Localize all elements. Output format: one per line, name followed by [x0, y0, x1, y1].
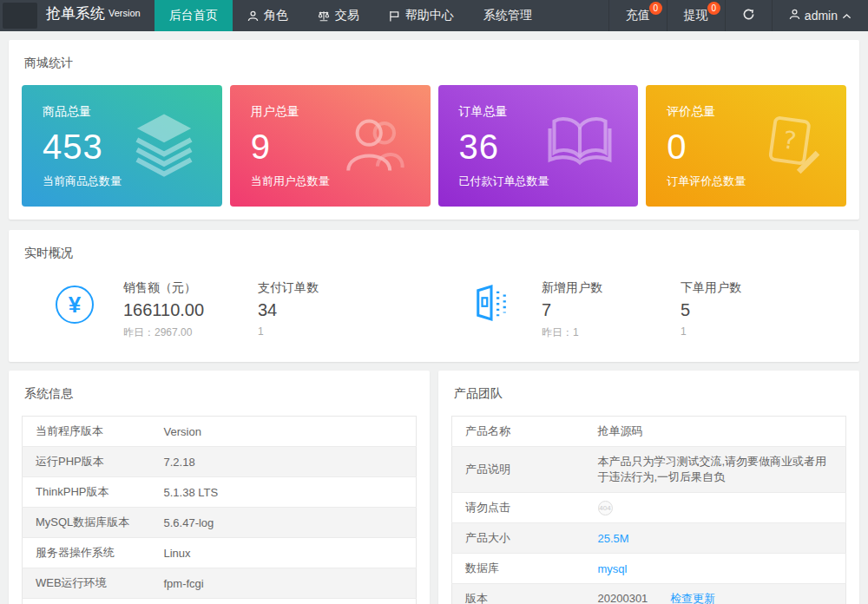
database-link[interactable]: mysql: [598, 562, 628, 575]
scale-icon: [318, 10, 330, 22]
book-icon: [544, 108, 615, 183]
table-row: MySQL数据库版本 5.6.47-log: [23, 508, 417, 538]
realtime-panel: 实时概况 ¥ 销售额（元） 166110.00 昨日：2967.00 支付订单数…: [9, 230, 859, 362]
nav-item-trade[interactable]: 交易: [303, 0, 374, 31]
app-title-text: 抢单系统: [46, 5, 105, 23]
metric-new-users: 新增用户数 7 昨日：1: [542, 279, 681, 340]
product-size-link[interactable]: 25.5M: [598, 532, 629, 545]
main-menu: 后台首页 角色 交易: [155, 0, 547, 31]
nav-item-system[interactable]: 系统管理: [469, 0, 547, 31]
metric-paid-orders: 支付订单数 34 1: [258, 279, 474, 338]
system-info-title: 系统信息: [24, 386, 417, 402]
realtime-title: 实时概况: [24, 246, 846, 261]
users-icon: [339, 109, 408, 182]
stat-card-orders: 订单总量 36 已付款订单总数量: [438, 85, 639, 207]
recharge-button[interactable]: 充值 0: [608, 0, 667, 31]
yen-icon: ¥: [56, 286, 94, 324]
table-row: 产品大小 25.5M: [452, 523, 846, 554]
recharge-badge: 0: [649, 2, 662, 15]
table-row: 版本 20200301 检查更新: [452, 584, 846, 604]
person-icon: [247, 10, 259, 22]
logo-placeholder: [3, 3, 37, 29]
table-row: 产品说明 本产品只为学习测试交流,请勿要做商业或者用于违法行为,一切后果自负: [452, 447, 846, 493]
stat-card-products: 商品总量 453 当前商品总数量: [22, 85, 222, 207]
table-row: ThinkPHP版本 5.1.38 LTS: [23, 477, 417, 508]
metric-ordering-users: 下单用户数 5 1: [681, 279, 819, 338]
flag-icon: [389, 10, 400, 22]
stat-card-users: 用户总量 9 当前用户总数量: [230, 85, 431, 207]
stat-card-reviews: 评价总量 0 订单评价总数量 ?: [646, 85, 846, 207]
table-row: 产品名称 抢单源码: [452, 417, 846, 447]
chevron-up-icon: [842, 9, 852, 23]
app-title: 抢单系统 Version: [37, 0, 155, 31]
system-info-table: 当前程序版本 Version 运行PHP版本 7.2.18 ThinkPHP版本…: [22, 416, 417, 604]
refresh-button[interactable]: [725, 0, 772, 31]
app-version: Version: [108, 4, 141, 22]
product-team-panel: 产品团队 产品名称 抢单源码 产品说明 本产品只为学习测试交流,请勿要做商业或者…: [438, 371, 859, 604]
withdraw-badge: 0: [707, 2, 720, 15]
table-row: 数据库 mysql: [452, 554, 846, 584]
system-info-panel: 系统信息 当前程序版本 Version 运行PHP版本 7.2.18 Think…: [9, 371, 430, 604]
do-not-click-badge[interactable]: 404: [598, 501, 613, 515]
table-row: 当前程序版本 Version: [23, 417, 417, 447]
refresh-icon: [742, 8, 755, 23]
nav-item-help[interactable]: 帮助中心: [374, 0, 469, 31]
table-row: WEB运行环境 fpm-fcgi: [23, 568, 417, 599]
product-team-table: 产品名称 抢单源码 产品说明 本产品只为学习测试交流,请勿要做商业或者用于违法行…: [451, 416, 846, 604]
nav-item-roles[interactable]: 角色: [233, 0, 303, 31]
version-number: 20200301: [598, 592, 648, 604]
withdraw-button[interactable]: 提现 0: [667, 0, 725, 31]
table-row: 请勿点击 404: [452, 493, 846, 523]
navbar-actions: 充值 0 提现 0 admin: [608, 0, 868, 31]
product-team-title: 产品团队: [454, 386, 846, 402]
mall-stats-panel: 商城统计 商品总量 453 当前商品总数量 用户总量 9 当前用: [9, 40, 859, 220]
layers-icon: [128, 108, 200, 183]
user-icon: [789, 9, 800, 23]
realtime-row: ¥ 销售额（元） 166110.00 昨日：2967.00 支付订单数 34 1: [22, 275, 846, 349]
metric-sales: 销售额（元） 166110.00 昨日：2967.00: [123, 279, 258, 340]
nav-item-home[interactable]: 后台首页: [155, 0, 233, 31]
table-row: 上传大小限制 50M: [23, 599, 417, 604]
username: admin: [805, 9, 838, 23]
top-navbar: 抢单系统 Version 后台首页 角色 交易: [0, 0, 868, 31]
svg-text:?: ?: [781, 126, 798, 156]
door-icon: [474, 284, 509, 325]
review-icon: ?: [756, 110, 824, 181]
mall-stats-title: 商城统计: [24, 56, 846, 71]
stats-grid: 商品总量 453 当前商品总数量 用户总量 9 当前用户总数量: [22, 85, 846, 207]
table-row: 运行PHP版本 7.2.18: [23, 447, 417, 477]
table-row: 服务器操作系统 Linux: [23, 538, 417, 568]
check-update-link[interactable]: 检查更新: [670, 592, 715, 604]
user-menu[interactable]: admin: [772, 0, 868, 31]
